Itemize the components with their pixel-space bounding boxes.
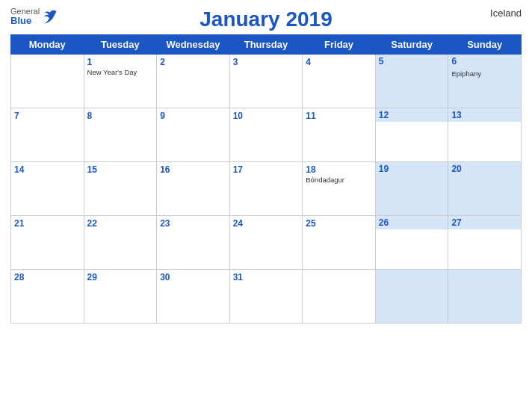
day-number: 24 — [233, 218, 300, 229]
day-number: 27 — [448, 216, 521, 229]
day-number: 16 — [160, 164, 226, 175]
table-row: 25 — [303, 216, 376, 270]
col-friday: Friday — [303, 35, 376, 55]
table-row: 19 — [375, 162, 448, 216]
table-row: 12 — [375, 108, 448, 162]
holiday-name: New Year's Day — [87, 68, 154, 76]
table-row: 29 — [84, 270, 157, 324]
table-row — [448, 270, 522, 324]
table-row: 28 — [11, 270, 84, 324]
weekday-header-row: Monday Tuesday Wednesday Thursday Friday… — [11, 35, 522, 55]
day-number: 11 — [306, 111, 372, 121]
col-tuesday: Tuesday — [84, 35, 157, 55]
day-number: 15 — [87, 164, 154, 175]
day-number: 10 — [233, 111, 300, 121]
table-row: 30 — [157, 270, 230, 324]
table-row: 11 — [303, 108, 376, 162]
calendar-wrapper: General Blue January 2019 Iceland Monday… — [0, 0, 532, 411]
col-thursday: Thursday — [229, 35, 303, 55]
table-row: 14 — [11, 162, 84, 216]
day-number: 3 — [233, 57, 300, 67]
table-row: 13 — [448, 108, 522, 162]
day-number: 4 — [306, 57, 372, 67]
calendar-row-4: 21222324252627 — [11, 216, 522, 270]
logo-blue-text: Blue — [10, 16, 40, 25]
calendar-row-2: 78910111213 — [11, 108, 522, 162]
day-number: 2 — [160, 57, 226, 67]
table-row: 8 — [84, 108, 157, 162]
table-row: 31 — [229, 270, 303, 324]
calendar-row-1: 1New Year's Day23456Epiphany — [11, 55, 522, 108]
country-label: Iceland — [490, 7, 522, 19]
table-row: 17 — [229, 162, 303, 216]
day-number: 14 — [14, 164, 81, 175]
day-number: 23 — [160, 218, 226, 229]
day-number: 13 — [448, 108, 521, 122]
table-row: 16 — [157, 162, 230, 216]
table-row — [303, 270, 376, 324]
calendar-table: Monday Tuesday Wednesday Thursday Friday… — [10, 34, 522, 324]
logo-text: General Blue — [10, 7, 40, 25]
day-number: 9 — [160, 111, 226, 121]
month-title: January 2019 — [200, 7, 332, 31]
col-monday: Monday — [11, 35, 84, 55]
day-number: 22 — [87, 218, 154, 229]
table-row: 26 — [375, 216, 448, 270]
day-number: 28 — [14, 272, 81, 282]
header: General Blue January 2019 Iceland — [10, 7, 522, 31]
calendar-row-5: 28293031 — [11, 270, 522, 324]
table-row — [11, 55, 84, 108]
table-row: 7 — [11, 108, 84, 162]
calendar-body: 1New Year's Day23456Epiphany789101112131… — [11, 55, 522, 324]
day-number: 20 — [448, 162, 521, 176]
table-row: 18Bóndadagur — [303, 162, 376, 216]
table-row: 4 — [303, 55, 376, 108]
table-row: 2 — [157, 55, 230, 108]
day-number: 31 — [233, 272, 300, 282]
day-number: 25 — [306, 218, 372, 229]
day-number: 6 — [448, 55, 521, 68]
table-row: 5 — [375, 55, 448, 108]
day-number: 21 — [14, 218, 81, 229]
table-row: 10 — [229, 108, 303, 162]
day-number: 8 — [87, 111, 154, 121]
day-number: 19 — [376, 162, 448, 176]
table-row: 1New Year's Day — [84, 55, 157, 108]
day-number: 26 — [376, 216, 448, 229]
table-row: 22 — [84, 216, 157, 270]
holiday-name: Epiphany — [451, 69, 518, 78]
table-row: 9 — [157, 108, 230, 162]
day-number: 12 — [376, 108, 448, 122]
table-row: 15 — [84, 162, 157, 216]
table-row: 6Epiphany — [448, 55, 522, 108]
day-number: 5 — [376, 55, 448, 68]
day-number: 1 — [87, 57, 154, 67]
day-number: 30 — [160, 272, 226, 282]
col-wednesday: Wednesday — [157, 35, 230, 55]
calendar-row-3: 1415161718Bóndadagur1920 — [11, 162, 522, 216]
table-row: 20 — [448, 162, 522, 216]
logo: General Blue — [10, 7, 58, 25]
day-number: 29 — [87, 272, 154, 282]
day-number: 17 — [233, 164, 300, 175]
logo-bird-icon — [41, 8, 58, 25]
calendar-header: Monday Tuesday Wednesday Thursday Friday… — [11, 35, 522, 55]
table-row: 27 — [448, 216, 522, 270]
table-row — [375, 270, 448, 324]
holiday-name: Bóndadagur — [306, 176, 372, 184]
day-number: 18 — [306, 164, 372, 175]
col-sunday: Sunday — [448, 35, 522, 55]
table-row: 3 — [229, 55, 303, 108]
table-row: 24 — [229, 216, 303, 270]
day-number: 7 — [14, 111, 81, 121]
col-saturday: Saturday — [375, 35, 448, 55]
table-row: 23 — [157, 216, 230, 270]
table-row: 21 — [11, 216, 84, 270]
